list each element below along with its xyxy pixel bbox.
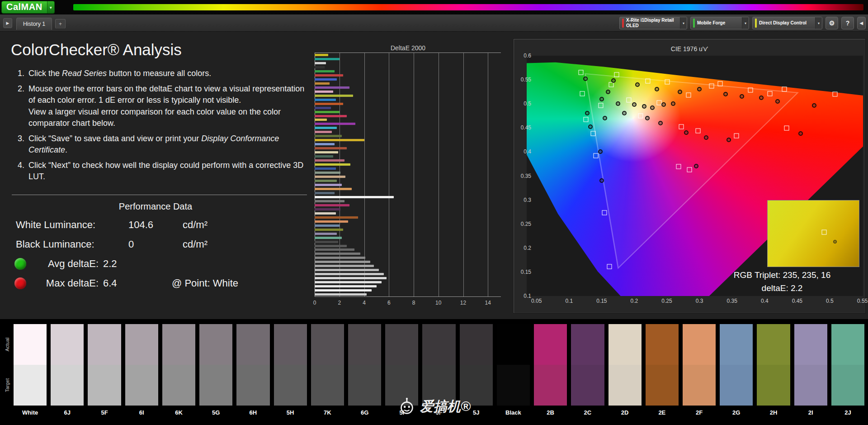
deltae-error-bar[interactable] — [315, 74, 343, 76]
deltae-error-bar[interactable] — [315, 78, 337, 81]
measured-point[interactable] — [655, 87, 659, 91]
deltae-error-bar[interactable] — [315, 62, 326, 64]
deltae-error-bar[interactable] — [315, 248, 354, 251]
deltae-error-bar[interactable] — [315, 192, 335, 194]
target-point[interactable] — [646, 79, 651, 84]
target-point[interactable] — [638, 113, 643, 118]
measured-point[interactable] — [658, 121, 663, 125]
deltae-error-bar[interactable] — [315, 265, 374, 267]
measured-point[interactable] — [661, 102, 666, 107]
deltae-error-bar[interactable] — [315, 289, 372, 291]
deltae-error-bar[interactable] — [315, 139, 364, 141]
measured-point[interactable] — [622, 111, 627, 115]
target-point[interactable] — [734, 134, 739, 138]
measured-point[interactable] — [588, 124, 593, 129]
target-point[interactable] — [580, 91, 585, 96]
target-point[interactable] — [614, 72, 619, 77]
new-tab-button[interactable]: + — [55, 19, 66, 29]
calman-menu-button[interactable]: CalMAN ▾ — [1, 1, 55, 14]
deltae-error-bar[interactable] — [315, 253, 360, 255]
measured-point[interactable] — [585, 111, 590, 115]
tab-history-1[interactable]: History 1 — [16, 18, 52, 30]
measured-point[interactable] — [684, 130, 689, 135]
target-point[interactable] — [782, 87, 787, 92]
deltae-error-bar[interactable] — [315, 131, 332, 133]
measured-point[interactable] — [606, 90, 610, 94]
target-point[interactable] — [607, 264, 612, 269]
deltae-error-bar[interactable] — [315, 273, 384, 275]
deltae-error-bar[interactable] — [315, 66, 325, 68]
deltae-error-bar[interactable] — [315, 172, 340, 174]
deltae-error-bar[interactable] — [315, 107, 331, 109]
deltae-error-bar[interactable] — [315, 58, 340, 60]
measured-point[interactable] — [642, 104, 646, 109]
target-point[interactable] — [578, 70, 583, 75]
deltae-error-bar[interactable] — [315, 180, 337, 182]
deltae-error-bar[interactable] — [315, 241, 338, 243]
deltae-error-bar[interactable] — [315, 86, 349, 89]
deltae-error-bar[interactable] — [315, 188, 352, 190]
deltae-error-bar[interactable] — [315, 115, 347, 117]
deltae-error-bar[interactable] — [315, 151, 338, 153]
deltae-error-bar[interactable] — [315, 285, 377, 287]
deltae-error-bar[interactable] — [315, 269, 379, 271]
deltae-error-bar[interactable] — [315, 82, 330, 85]
deltae-error-bar[interactable] — [315, 127, 337, 129]
deltae-error-bar[interactable] — [315, 261, 370, 263]
deltae-error-bar[interactable] — [315, 237, 342, 239]
deltae-error-bar[interactable] — [315, 281, 382, 283]
target-point[interactable] — [665, 80, 670, 85]
measured-point[interactable] — [650, 105, 655, 110]
deltae-error-bar[interactable] — [315, 95, 353, 97]
deltae-error-bar[interactable] — [315, 220, 348, 223]
measured-point[interactable] — [611, 78, 616, 83]
measured-point[interactable] — [726, 138, 731, 142]
target-point[interactable] — [718, 81, 723, 86]
measured-point[interactable] — [798, 131, 803, 136]
deltae-error-bar[interactable] — [315, 143, 335, 145]
deltae-error-bar[interactable] — [315, 293, 367, 296]
deltae-error-bar[interactable] — [315, 196, 394, 198]
device-dropdown[interactable]: X-Rite i1Display Retail OLED▾ — [619, 17, 687, 29]
measured-point[interactable] — [645, 116, 650, 120]
deltae-error-bar[interactable] — [315, 257, 365, 259]
measured-point[interactable] — [723, 92, 728, 96]
chevron-down-icon[interactable]: ▾ — [742, 17, 749, 29]
help-button[interactable]: ? — [841, 17, 854, 29]
measured-point[interactable] — [697, 87, 702, 91]
deltae-error-bar[interactable] — [315, 111, 340, 113]
measured-point[interactable] — [694, 164, 698, 168]
deltae-error-bar[interactable] — [315, 147, 347, 149]
deltae-error-bar[interactable] — [315, 135, 342, 137]
measured-point[interactable] — [635, 82, 640, 87]
deltae-error-bar[interactable] — [315, 54, 328, 56]
target-point[interactable] — [602, 210, 607, 215]
measured-point[interactable] — [616, 101, 620, 106]
deltae-error-bar[interactable] — [315, 200, 344, 202]
target-point[interactable] — [599, 103, 604, 108]
target-point[interactable] — [591, 131, 596, 136]
deltae-error-bar[interactable] — [315, 204, 349, 206]
deltae-error-bar[interactable] — [315, 233, 337, 235]
measured-point[interactable] — [704, 135, 708, 140]
target-point[interactable] — [679, 124, 684, 129]
deltae-error-bar[interactable] — [315, 99, 336, 101]
measured-point[interactable] — [759, 96, 764, 100]
target-point[interactable] — [676, 164, 681, 169]
chevron-down-icon[interactable]: ▾ — [815, 17, 822, 29]
deltae-error-bar[interactable] — [315, 277, 387, 279]
measured-point[interactable] — [740, 94, 744, 99]
device-dropdown[interactable]: Mobile Forge▾ — [690, 17, 749, 29]
target-point[interactable] — [748, 88, 753, 93]
measured-point[interactable] — [599, 97, 604, 101]
chevron-down-icon[interactable]: ▾ — [680, 17, 687, 29]
deltae-error-bar[interactable] — [315, 229, 343, 231]
deltae-error-bar[interactable] — [315, 208, 340, 210]
deltae-error-bar[interactable] — [315, 70, 335, 72]
deltae-error-bar[interactable] — [315, 119, 327, 121]
target-point[interactable] — [784, 126, 789, 131]
deltae-error-bar[interactable] — [315, 167, 336, 170]
deltae-error-bar[interactable] — [315, 212, 336, 215]
deltae-error-bar[interactable] — [315, 224, 340, 227]
measured-point[interactable] — [598, 149, 603, 154]
